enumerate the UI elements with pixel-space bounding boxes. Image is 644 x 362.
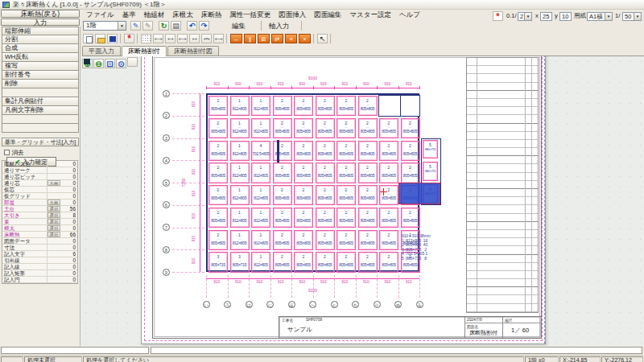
insulation-panel[interactable]: 2↔805×805 xyxy=(208,141,228,161)
edit-delete-icon[interactable]: × xyxy=(299,34,311,43)
edit-flip-icon[interactable]: ⇄ xyxy=(271,34,283,43)
insulation-panel[interactable]: 2↔805×805 xyxy=(316,208,335,228)
axis-input-label[interactable]: 軸入力 xyxy=(269,20,290,31)
tab-0[interactable]: 平面入力 xyxy=(82,46,121,56)
undo-icon[interactable]: ↶ xyxy=(187,21,197,31)
zoom-out-icon[interactable]: ⊖ xyxy=(93,59,104,68)
insulation-panel[interactable]: 2↔805×805 xyxy=(273,230,292,250)
zoom-window-icon[interactable]: ⊡ xyxy=(105,59,115,68)
redo-icon[interactable]: ↷ xyxy=(199,21,209,31)
insulation-panel[interactable]: 5880×715 xyxy=(423,162,438,181)
insulation-panel[interactable]: 1↔812×805 xyxy=(251,230,270,250)
sidebar-tool-9[interactable]: 凡例文字削除 xyxy=(2,106,79,115)
chevron-down-icon[interactable]: ▼ xyxy=(605,13,612,20)
insulation-panel[interactable]: 2↔805×805 xyxy=(294,230,313,250)
insulation-panel[interactable]: 1↔812×805 xyxy=(251,252,270,272)
mode-back-button[interactable]: 床断熱(戻る) xyxy=(1,10,80,18)
insulation-panel[interactable]: 2↔805×805 xyxy=(401,162,420,183)
menu-item-0[interactable]: ファイル xyxy=(82,10,118,20)
insulation-panel[interactable]: 2↔805×805 xyxy=(208,162,228,183)
select-cursor-icon[interactable]: ↖ xyxy=(317,34,328,43)
insulation-panel[interactable]: 2↔805×805 xyxy=(208,230,228,250)
x-field[interactable]: 25 xyxy=(540,12,552,21)
edit-mode-label[interactable]: 編集 xyxy=(232,20,246,31)
sidebar-tool-1[interactable]: 分割 xyxy=(2,35,79,44)
insulation-panel[interactable]: 2↔805×805 xyxy=(273,252,292,272)
insulation-panel[interactable]: 2↔805×805 xyxy=(379,118,398,138)
insulation-panel[interactable]: 2↔805×805 xyxy=(336,162,356,183)
insulation-panel[interactable]: 2↔805×805 xyxy=(401,118,420,138)
insulation-panel[interactable]: 2↔805×805 xyxy=(208,118,228,138)
grid-icon[interactable] xyxy=(141,34,151,43)
menu-item-9[interactable]: ヘルプ xyxy=(395,10,424,20)
layer-tag-button[interactable]: 凡例 xyxy=(47,200,60,205)
edit-copy-icon[interactable]: ≡ xyxy=(285,34,297,43)
y-field[interactable]: 10 xyxy=(559,12,572,21)
insulation-panel[interactable]: 2↔805×805 xyxy=(379,208,398,228)
layer-tag-button[interactable]: 選択 xyxy=(47,219,60,224)
insulation-panel[interactable]: 2↔805×805 xyxy=(336,208,356,228)
insulation-panel[interactable]: 4↔702.5×805 xyxy=(251,141,270,161)
floor-select[interactable]: 1階 ▼ xyxy=(83,21,126,31)
insulation-panel[interactable]: 2↔805×805 xyxy=(273,96,292,116)
layer-tag-button[interactable]: 選択 xyxy=(47,232,60,237)
insulation-panel[interactable]: 2↔805×805 xyxy=(379,141,398,161)
sidebar-tool-5[interactable]: 割付番号 xyxy=(2,71,79,80)
insulation-panel[interactable]: 1↔812×805 xyxy=(251,162,270,183)
insulation-panel[interactable]: 2↔805×805 xyxy=(316,141,335,161)
menu-item-5[interactable]: 属性一括変更 xyxy=(225,10,275,20)
insulation-panel[interactable]: 1↔812×805 xyxy=(230,118,250,138)
print-icon[interactable]: ▤ xyxy=(171,21,181,31)
insulation-panel[interactable]: 2↔805×805 xyxy=(401,141,420,161)
edit-stretch-icon[interactable]: ↔ xyxy=(230,34,242,43)
insulation-panel[interactable]: 2↔805×805 xyxy=(358,96,378,116)
chevron-down-icon[interactable]: ▼ xyxy=(634,13,641,20)
pen-slash-icon[interactable]: ✎ xyxy=(142,21,153,31)
tab-1[interactable]: 床断熱割付 xyxy=(122,46,167,56)
insulation-panel[interactable]: 3↔805×715 xyxy=(208,252,228,272)
sidebar-tool-4[interactable]: 複写 xyxy=(2,62,79,71)
open-folder-icon[interactable] xyxy=(95,34,105,43)
insulation-panel[interactable]: 2↔805×805 xyxy=(336,141,356,161)
span-tool-5-icon[interactable]: +=+ xyxy=(201,34,212,43)
grid-settings-button[interactable]: 基準・グリッド・寸法[入力] xyxy=(2,138,79,146)
edit-merge-icon[interactable]: ⊞ xyxy=(258,34,270,43)
insulation-panel[interactable]: 2↔805×805 xyxy=(336,96,356,116)
insulation-panel[interactable]: 1↔812×805 xyxy=(251,96,270,116)
insulation-panel[interactable]: 2↔805×805 xyxy=(294,118,313,138)
insulation-panel[interactable]: 2↔805×805 xyxy=(316,96,335,116)
insulation-panel[interactable]: 2↔805×805 xyxy=(273,208,292,228)
insulation-panel[interactable]: 2↔805×805 xyxy=(294,141,313,161)
insulation-panel[interactable]: 1↔812×805 xyxy=(251,118,270,138)
erase-checkbox[interactable] xyxy=(4,150,10,155)
paper-select[interactable]: A1横▼ xyxy=(587,12,613,21)
insulation-panel[interactable]: 2↔805×805 xyxy=(358,118,378,138)
insulation-panel[interactable]: 1↔812×805 xyxy=(230,96,250,116)
input-mode-button[interactable]: 入力 xyxy=(1,19,80,26)
save-icon[interactable] xyxy=(107,34,118,43)
snap-point-icon[interactable]: * xyxy=(124,34,134,43)
insulation-panel[interactable]: 2↔805×805 xyxy=(273,141,292,161)
insulation-panel[interactable]: 2↔805×805 xyxy=(273,185,292,205)
menu-item-2[interactable]: 軸組材 xyxy=(140,10,169,20)
insulation-panel[interactable]: 1↔812×805 xyxy=(230,230,250,250)
span-tool-6-icon[interactable]: +—+ xyxy=(213,34,224,43)
insulation-panel[interactable]: 1↔812×805 xyxy=(251,185,270,205)
insulation-panel[interactable]: 2↔805×805 xyxy=(294,162,313,183)
floor-plan[interactable]: 2↔805×8051↔812×8051↔812×8052↔805×8052↔80… xyxy=(206,93,419,272)
insulation-panel[interactable]: 2↔805×805 xyxy=(358,252,378,272)
insulation-panel[interactable]: 2↔805×805 xyxy=(316,118,335,138)
insulation-panel[interactable]: 2↔805×805 xyxy=(316,162,335,183)
selected-panel[interactable] xyxy=(398,183,441,204)
insulation-panel[interactable]: 2↔805×805 xyxy=(294,96,313,116)
insulation-panel[interactable]: 1↔812×805 xyxy=(230,185,250,205)
insulation-panel[interactable]: 2↔805×805 xyxy=(208,208,228,228)
pen-icon[interactable]: ✎ xyxy=(130,21,141,31)
span-tool-3-icon[interactable]: +—+ xyxy=(177,34,188,43)
insulation-panel[interactable]: 2↔805×805 xyxy=(401,208,420,228)
insulation-panel[interactable]: 1↔812×805 xyxy=(230,141,250,161)
insulation-panel[interactable]: 2↔805×805 xyxy=(273,118,292,138)
insulation-panel[interactable]: 2↔805×805 xyxy=(379,230,398,250)
sidebar-tool-0[interactable]: 端部伸縮 xyxy=(2,27,79,35)
span-tool-1-icon[interactable]: +—+ xyxy=(153,34,163,43)
